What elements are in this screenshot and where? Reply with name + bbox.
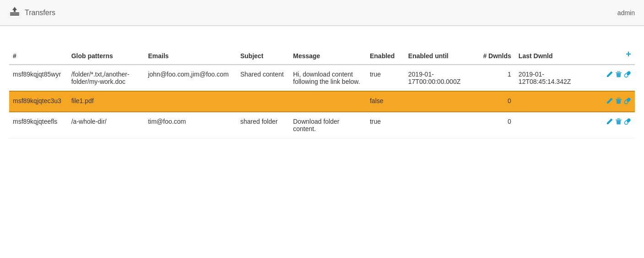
col-header-dwnlds: # Dwnlds (476, 44, 515, 65)
cell-last-dwnld: 2019-01-12T08:45:14.342Z (515, 65, 587, 91)
action-icons (590, 71, 631, 79)
cell-enabled: true (366, 65, 405, 91)
col-header-glob: Glob patterns (68, 44, 145, 65)
table-row: msf89kqjqteefls/a-whole-dir/tim@foo.coms… (9, 112, 635, 138)
trash-icon[interactable] (615, 118, 622, 126)
edit-icon[interactable] (606, 71, 613, 79)
svg-rect-5 (617, 98, 620, 99)
col-header-actions[interactable]: + (587, 44, 635, 65)
col-header-enabled: Enabled (366, 44, 405, 65)
svg-rect-4 (616, 99, 622, 99)
cell-subject: shared folder (237, 112, 289, 138)
main-content: # Glob patterns Emails Subject Message E… (0, 35, 644, 148)
table-body: msf89kqjqt85wyr/folder/*.txt,/another-fo… (9, 65, 635, 138)
cell-enabled-until (405, 91, 476, 112)
svg-rect-7 (617, 119, 620, 119)
cell-hash: msf89kqjqteefls (9, 112, 68, 138)
cell-subject: Shared content (237, 65, 289, 91)
action-icons (590, 118, 631, 126)
cell-message: Hi, download content following the link … (289, 65, 366, 91)
table-header-row: # Glob patterns Emails Subject Message E… (9, 44, 635, 65)
col-header-hash: # (9, 44, 68, 65)
user-label: admin (617, 9, 635, 16)
col-header-message: Message (289, 44, 366, 65)
cell-actions (587, 91, 635, 112)
cell-message (289, 91, 366, 112)
col-header-subject: Subject (237, 44, 289, 65)
table-row: msf89kqjqtec3u3file1.pdffalse0 (9, 91, 635, 112)
cell-enabled-until: 2019-01-17T00:00:00.000Z (405, 65, 476, 91)
svg-rect-6 (616, 120, 622, 120)
edit-icon[interactable] (606, 97, 613, 106)
cell-last-dwnld (515, 91, 587, 112)
action-icons (590, 97, 631, 106)
col-header-emails: Emails (144, 44, 237, 65)
edit-icon[interactable] (606, 118, 613, 126)
cell-glob: /folder/*.txt,/another-folder/my-work.do… (68, 65, 145, 91)
cell-enabled: true (366, 112, 405, 138)
table-row: msf89kqjqt85wyr/folder/*.txt,/another-fo… (9, 65, 635, 91)
cell-hash: msf89kqjqt85wyr (9, 65, 68, 91)
cell-glob: /a-whole-dir/ (68, 112, 145, 138)
header-left: Transfers (9, 6, 55, 19)
cell-dwnlds: 0 (476, 91, 515, 112)
link-icon[interactable] (624, 97, 631, 106)
header-divider (0, 26, 644, 26)
svg-rect-0 (10, 12, 19, 14)
svg-rect-3 (617, 71, 620, 72)
cell-emails: tim@foo.com (144, 112, 237, 138)
cell-glob: file1.pdf (68, 91, 145, 112)
cell-dwnlds: 0 (476, 112, 515, 138)
cell-actions (587, 65, 635, 91)
cell-enabled: false (366, 91, 405, 112)
cell-last-dwnld (515, 112, 587, 138)
trash-icon[interactable] (615, 97, 622, 106)
cell-subject (237, 91, 289, 112)
link-icon[interactable] (624, 118, 631, 126)
cell-emails (144, 91, 237, 112)
cell-hash: msf89kqjqtec3u3 (9, 91, 68, 112)
transfers-icon (9, 6, 20, 19)
cell-actions (587, 112, 635, 138)
page-title: Transfers (25, 9, 55, 17)
app-header: Transfers admin (0, 0, 644, 26)
svg-rect-1 (10, 14, 19, 16)
col-header-last-dwnld: Last Dwnld (515, 44, 587, 65)
cell-message: Download folder content. (289, 112, 366, 138)
transfers-table: # Glob patterns Emails Subject Message E… (9, 44, 635, 138)
cell-emails: john@foo.com,jim@foo.com (144, 65, 237, 91)
trash-icon[interactable] (615, 71, 622, 79)
col-header-enabled-until: Enabled until (405, 44, 476, 65)
svg-rect-2 (616, 72, 622, 73)
cell-enabled-until (405, 112, 476, 138)
add-transfer-button[interactable]: + (626, 49, 631, 60)
cell-dwnlds: 1 (476, 65, 515, 91)
link-icon[interactable] (624, 71, 631, 79)
